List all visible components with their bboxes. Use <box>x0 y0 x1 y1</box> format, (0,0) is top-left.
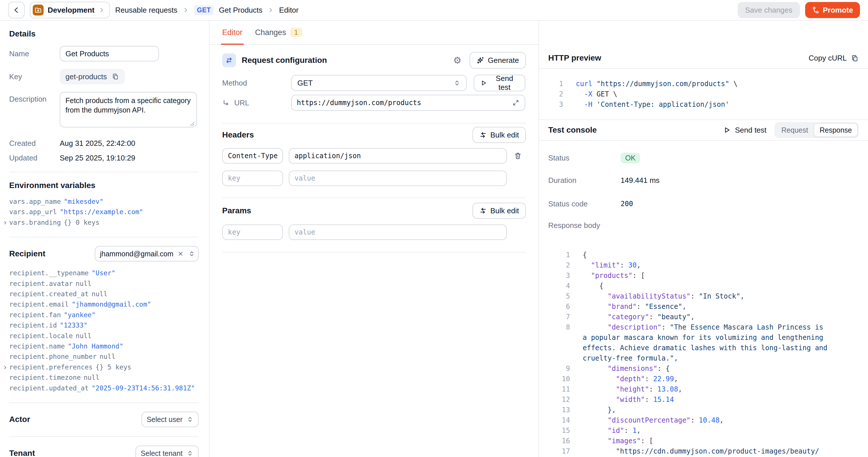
param-value-input[interactable] <box>289 224 507 240</box>
copy-key-icon[interactable] <box>112 73 119 80</box>
request-configuration-header: Request configuration ⚙ Generate <box>222 52 526 69</box>
breadcrumb-request-name[interactable]: Get Products <box>219 6 262 14</box>
actor-title: Actor <box>9 415 30 424</box>
line-content: "category": "beauty", <box>570 312 708 322</box>
updated-label: Updated <box>9 154 60 162</box>
chevron-right-icon <box>268 7 274 13</box>
copy-curl-button[interactable]: Copy cURL <box>809 54 859 63</box>
line-number: 4 <box>539 281 570 291</box>
duration-row: Duration 149.441 ms <box>548 175 859 186</box>
line-content: -H 'Content-Type: application/json' <box>563 99 730 110</box>
tab-changes-label: Changes <box>255 28 286 37</box>
generate-button[interactable]: Generate <box>470 52 526 69</box>
name-input[interactable] <box>60 46 159 61</box>
save-changes-button[interactable]: Save changes <box>738 2 800 18</box>
environment-folder-icon <box>33 5 43 16</box>
http-preview-header: HTTP preview Copy cURL <box>539 21 868 68</box>
back-button[interactable] <box>8 2 25 19</box>
line-content: "https://cdn.dummyjson.com/product-image… <box>570 446 833 457</box>
header-value-input-empty[interactable] <box>289 171 507 186</box>
code-line: 11 "height": 13.08, <box>539 384 868 394</box>
variable-key: recipient.timezone <box>9 372 81 383</box>
chevron-right-icon <box>183 7 189 13</box>
header-value-input[interactable] <box>289 148 507 164</box>
recipient-selected-value: jhammond@gmail.com <box>100 250 174 258</box>
line-number: 3 <box>539 270 570 281</box>
breadcrumb-reusable-requests[interactable]: Reusable requests <box>115 6 177 14</box>
header-key-input-empty[interactable] <box>222 171 283 186</box>
code-line: 16 "images": [ <box>539 436 868 446</box>
headers-header: Headers Bulk edit <box>222 127 526 143</box>
expand-icon[interactable] <box>512 99 520 106</box>
description-textarea[interactable]: Fetch products from a specific category … <box>60 92 197 127</box>
clear-recipient-icon[interactable] <box>177 251 184 257</box>
params-bulk-edit-button[interactable]: Bulk edit <box>472 203 526 219</box>
tab-editor[interactable]: Editor <box>222 21 243 44</box>
actor-select[interactable]: Select user <box>142 412 198 427</box>
line-number: 3 <box>539 99 563 110</box>
variable-row: recipient.id"12333" <box>9 320 198 330</box>
expand-chevron-icon[interactable]: › <box>3 362 7 372</box>
variable-key: recipient.avatar <box>9 278 73 289</box>
line-content: "dimensions": { <box>570 363 683 374</box>
breadcrumb-editor[interactable]: Editor <box>279 6 299 14</box>
expand-chevron-icon[interactable]: › <box>3 217 7 227</box>
variable-value: "User" <box>92 268 115 278</box>
variable-value: null <box>76 278 92 289</box>
actor-header: Actor Select user <box>9 412 198 427</box>
recipient-select[interactable]: jhammond@gmail.com <box>95 246 198 262</box>
method-select[interactable]: GET <box>291 75 467 91</box>
line-content: "limit": 30, <box>570 260 654 270</box>
url-input[interactable]: https://dummyjson.com/products <box>291 95 525 111</box>
line-number: 1 <box>539 250 570 260</box>
tab-changes[interactable]: Changes 1 <box>255 21 302 44</box>
description-wrap: Fetch products from a specific category … <box>60 92 197 130</box>
duration-value: 149.441 ms <box>621 176 660 185</box>
variable-key: vars.app_url <box>9 207 57 217</box>
variable-value: "yankee" <box>64 310 96 320</box>
variable-value: "2025-09-23T14:56:31.981Z" <box>92 383 195 393</box>
send-test-button[interactable]: Send test <box>474 74 525 91</box>
delete-header-icon[interactable] <box>514 152 522 160</box>
variable-row: ›recipient.preferences{} 5 keys <box>9 362 198 372</box>
tenant-placeholder: Select tenant <box>141 449 183 457</box>
code-line: 7 "category": "beauty", <box>539 312 868 322</box>
variable-value: {} 5 keys <box>96 362 131 372</box>
headers-bulk-edit-button[interactable]: Bulk edit <box>472 127 526 143</box>
line-content: "depth": 22.99, <box>570 374 692 384</box>
toggle-request[interactable]: Request <box>776 123 814 137</box>
variable-value: null <box>92 289 107 299</box>
code-line: 12 "width": 15.14 <box>539 394 868 405</box>
console-send-test-button[interactable]: Send test <box>723 126 766 134</box>
code-line: 5 "availabilityStatus": "In Stock", <box>539 291 868 301</box>
tenant-select[interactable]: Select tenant <box>135 446 198 457</box>
sparkle-icon <box>476 56 485 64</box>
changes-count-badge: 1 <box>290 28 302 37</box>
variable-row: recipient.avatarnull <box>9 278 198 289</box>
environment-switcher[interactable]: Development <box>30 2 110 19</box>
line-number: 16 <box>539 436 570 446</box>
line-content: "images": [ <box>570 436 667 446</box>
line-content: "discountPercentage": 10.48, <box>570 415 737 425</box>
header-key-input[interactable] <box>222 148 283 164</box>
test-console-body: Status OK Duration 149.441 ms Status cod… <box>539 141 868 457</box>
updated-row: Updated Sep 25 2025, 19:10:29 <box>9 154 198 162</box>
line-content: }, <box>570 405 630 415</box>
gear-icon[interactable]: ⚙ <box>453 56 462 65</box>
swap-arrows-icon <box>222 53 236 67</box>
params-header: Params Bulk edit <box>222 203 526 219</box>
environment-variables-section: Environment variables vars.app_name"mike… <box>9 172 198 237</box>
params-title: Params <box>222 206 251 215</box>
param-key-input[interactable] <box>222 224 283 240</box>
variable-value: null <box>100 352 115 362</box>
promote-label: Promote <box>823 6 853 14</box>
bulk-edit-icon <box>479 131 487 139</box>
toggle-response[interactable]: Response <box>814 123 858 137</box>
select-updown-icon <box>188 250 195 258</box>
key-row: Key get-products <box>9 69 198 84</box>
promote-button[interactable]: Promote <box>805 2 860 18</box>
code-line: 17 "https://cdn.dummyjson.com/product-im… <box>539 446 868 457</box>
url-row: URL https://dummyjson.com/products <box>222 95 526 111</box>
code-line: 13 }, <box>539 405 868 415</box>
variable-value: "John Hammond" <box>68 341 123 352</box>
